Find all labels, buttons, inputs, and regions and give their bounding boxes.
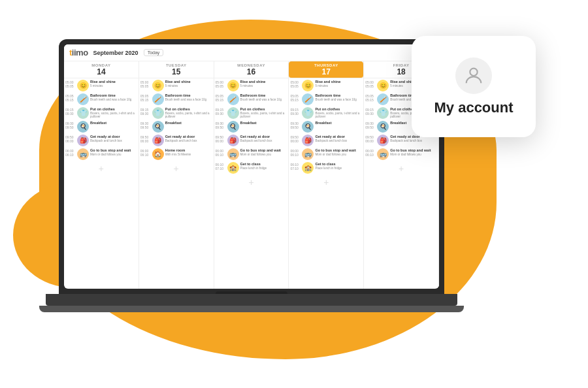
event-time: 06:1007:10 [290,162,302,170]
event-time: 06:0006:10 [365,148,377,157]
event-time: 09:3009:50 [290,121,302,129]
add-event-button[interactable]: + [65,162,137,175]
event-text: Get ready at doorBackpack and lunch box [240,135,287,142]
event-text: Go to bus stop and waitMom or dad follow… [390,148,437,156]
day-number-label: 15 [140,67,212,76]
event-icon: 🎒 [302,135,314,146]
day-number-label: 16 [216,67,287,76]
event-title: Go to bus stop and wait [240,148,287,153]
event-title: Breakfast [90,121,137,125]
list-item[interactable]: 06:0006:10🚌Go to bus stop and waitMom or… [290,148,362,160]
list-item[interactable]: 06:0006:10🚌Go to bus stop and waitMom or… [216,148,287,160]
event-time: 09:1509:30 [65,107,77,116]
event-time: 09:5006:00 [216,135,227,143]
event-title: Breakfast [165,121,212,125]
list-item[interactable]: 05:0005:05😊Rise and shine5 minutes [216,80,287,91]
event-time: 05:0005:05 [140,80,152,88]
list-item[interactable]: 09:5006:00🎒Get ready at doorBackpack and… [65,135,137,146]
event-icon: 👕 [227,107,239,119]
list-item[interactable]: 06:0006:10🏠Home roomWith mrs St Meenie [140,148,212,160]
event-time: 05:0505:15 [290,93,302,102]
event-text: Go to bus stop and waitMom or dad follow… [90,148,137,156]
event-icon: 🎒 [77,135,89,146]
event-icon: 🍳 [377,121,389,133]
event-text: Get to classPlace lunch in fridge [315,162,362,170]
list-item[interactable]: 09:3009:50🍳Breakfast [216,121,287,133]
event-icon: 😊 [377,80,389,91]
event-text: Breakfast [165,121,212,125]
event-time: 09:1509:30 [140,107,152,116]
list-item[interactable]: 09:1509:30👕Put on clothesBoxers, socks, … [140,107,212,119]
event-time: 09:5006:00 [290,135,302,143]
event-text: Bathroom timeBrush teeth and was a face … [240,93,287,101]
add-event-button[interactable]: + [365,162,437,175]
list-item[interactable]: 09:3009:50🍳Breakfast [65,121,137,133]
event-desc: Boxers, socks, pants, t-shirt and a pull… [165,112,212,119]
event-text: Breakfast [315,121,362,125]
event-time: 09:3009:50 [216,121,227,129]
list-item[interactable]: 06:1007:10🏫Get to classPlace lunch in fr… [290,162,362,174]
event-text: Breakfast [90,121,137,125]
event-text: Put on clothesBoxers, socks, pants, t-sh… [315,107,362,118]
list-item[interactable]: 05:0505:15🪥Bathroom timeBrush teeth and … [140,93,212,105]
event-text: Get to classPlace lunch in fridge [240,162,287,170]
event-title: Breakfast [240,121,287,125]
day-number-label: 17 [290,67,362,76]
event-time: 06:0006:10 [290,148,302,157]
list-item[interactable]: 09:5006:00🎒Get ready at doorBackpack and… [140,135,212,146]
event-title: Breakfast [315,121,362,125]
list-item[interactable]: 09:1509:30👕Put on clothesBoxers, socks, … [290,107,362,119]
list-item[interactable]: 06:1007:10🏫Get to classPlace lunch in fr… [216,162,287,174]
add-event-button[interactable]: + [290,176,362,189]
list-item[interactable]: 05:0005:05😊Rise and shine5 minutes [290,80,362,91]
event-title: Rise and shine [315,80,362,84]
list-item[interactable]: 05:0505:15🪥Bathroom timeBrush teeth and … [290,93,362,105]
day-col-tuesday: TUESDAY1505:0005:05😊Rise and shine5 minu… [139,61,214,289]
list-item[interactable]: 05:0505:15🪥Bathroom timeBrush teeth and … [216,93,287,105]
event-desc: Brush teeth and was a face 10g [240,98,287,101]
event-icon: 🍳 [152,121,164,133]
day-events: 05:0005:05😊Rise and shine5 minutes05:050… [64,78,139,289]
add-event-button[interactable]: + [216,176,287,189]
event-desc: Place lunch in fridge [240,167,287,170]
add-event-button[interactable]: + [140,162,212,175]
event-time: 06:0006:10 [65,148,77,157]
list-item[interactable]: 06:0006:10🚌Go to bus stop and waitMom or… [365,148,437,160]
event-title: Rise and shine [165,80,212,84]
event-text: Rise and shine5 minutes [315,80,362,88]
list-item[interactable]: 09:5006:00🎒Get ready at doorBackpack and… [290,135,362,146]
event-icon: 🚌 [77,148,89,160]
list-item[interactable]: 05:0005:05😊Rise and shine5 minutes [65,80,137,91]
event-icon: 🚌 [377,148,389,160]
event-desc: Boxers, socks, pants, t-shirt and a pull… [315,112,362,119]
today-button[interactable]: Today [144,49,164,56]
event-text: Bathroom timeBrush teeth and was a face … [315,93,362,101]
event-title: Go to bus stop and wait [90,148,137,153]
event-icon: 😊 [77,80,89,91]
laptop: tiimo September 2020 Today MONDAY1405:00… [59,39,464,353]
event-icon: 😊 [152,80,164,91]
event-desc: Brush teeth and was a face 10g [90,98,137,101]
list-item[interactable]: 09:3009:50🍳Breakfast [290,121,362,133]
list-item[interactable]: 06:0006:10🚌Go to bus stop and waitMom or… [65,148,137,160]
event-icon: 🍳 [302,121,314,133]
event-text: Get ready at doorBackpack and lunch box [315,135,362,142]
event-icon: 🏫 [302,162,314,174]
list-item[interactable]: 09:3009:50🍳Breakfast [140,121,212,133]
day-header-monday: MONDAY14 [64,61,139,78]
list-item[interactable]: 09:1509:30👕Put on clothesBoxers, socks, … [65,107,137,119]
event-desc: Boxers, socks, pants, t-shirt and a pull… [240,112,287,119]
list-item[interactable]: 09:1509:30👕Put on clothesBoxers, socks, … [216,107,287,119]
list-item[interactable]: 05:0505:15🪥Bathroom timeBrush teeth and … [65,93,137,105]
laptop-screen: tiimo September 2020 Today MONDAY1405:00… [64,44,439,289]
event-desc: 5 minutes [165,84,212,88]
list-item[interactable]: 05:0005:05😊Rise and shine5 minutes [140,80,212,91]
event-desc: Place lunch in fridge [315,167,362,170]
event-time: 05:0505:15 [365,93,377,102]
event-time: 09:1509:30 [365,107,377,116]
event-time: 05:0005:05 [65,80,77,88]
list-item[interactable]: 09:5006:00🎒Get ready at doorBackpack and… [216,135,287,146]
event-text: Rise and shine5 minutes [240,80,287,88]
event-desc: Backpack and lunch box [90,139,137,142]
event-icon: 🪥 [152,93,164,105]
